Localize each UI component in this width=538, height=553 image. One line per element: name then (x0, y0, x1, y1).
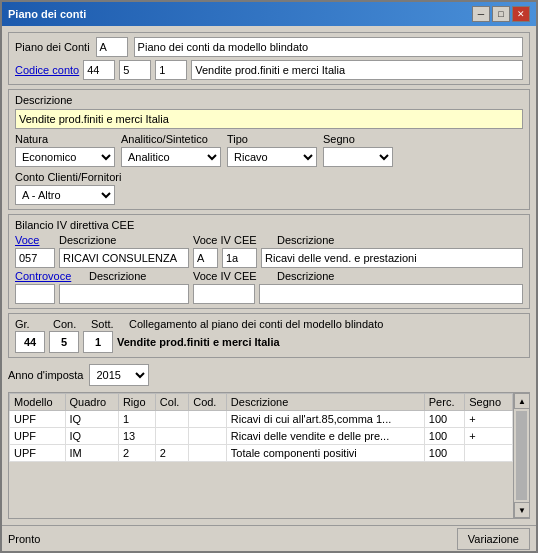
collegamento-values-row: 44 5 1 Vendite prod.finiti e merci Itali… (15, 331, 383, 353)
bilancio-desc-label: Descrizione (59, 234, 189, 246)
main-window: Piano dei conti ─ □ ✕ Piano dei Conti A … (0, 0, 538, 553)
bilancio-desc-cee: Ricavi delle vend. e prestazioni (261, 248, 523, 268)
table-row[interactable]: UPF IQ 1 Ricavi di cui all'art.85,comma … (10, 411, 513, 428)
controvoce-desc-label: Descrizione (89, 270, 189, 282)
table-row[interactable]: UPF IQ 13 Ricavi delle vendite e delle p… (10, 428, 513, 445)
controvoce-link[interactable]: Controvoce (15, 270, 85, 282)
title-bar-buttons: ─ □ ✕ (472, 6, 530, 22)
codice-part3: 1 (159, 64, 165, 76)
maximize-button[interactable]: □ (492, 6, 510, 22)
conto-row: Conto Clienti/Fornitori A - Altro (15, 171, 523, 205)
close-button[interactable]: ✕ (512, 6, 530, 22)
window-title: Piano dei conti (8, 8, 86, 20)
sott-value-box: 1 (83, 331, 113, 353)
conto-select[interactable]: A - Altro (15, 185, 115, 205)
cell-rigo-1: 1 (118, 411, 155, 428)
variazione-button[interactable]: Variazione (457, 528, 530, 550)
scroll-thumb (516, 411, 527, 500)
scroll-up-button[interactable]: ▲ (514, 393, 530, 409)
cell-desc-3: Totale componenti positivi (226, 445, 424, 462)
title-bar: Piano dei conti ─ □ ✕ (2, 2, 536, 26)
analitico-label: Analitico/Sintetico (121, 133, 221, 145)
piano-desc-box: Piano dei conti da modello blindato (134, 37, 523, 57)
bilancio-descrizione: RICAVI CONSULENZA (59, 248, 189, 268)
data-table: Modello Quadro Rigo Col. Cod. Descrizion… (9, 393, 513, 462)
codice-row: Codice conto 44 5 1 Vendite prod.finiti … (15, 60, 523, 80)
col-col: Col. (155, 394, 188, 411)
table-row[interactable]: UPF IM 2 2 Totale componenti positivi 10… (10, 445, 513, 462)
natura-select[interactable]: Economico (15, 147, 115, 167)
table-body: UPF IQ 1 Ricavi di cui all'art.85,comma … (10, 411, 513, 462)
cell-quadro-2: IQ (65, 428, 118, 445)
piano-desc: Piano dei conti da modello blindato (138, 41, 309, 53)
controvoce-voce (15, 284, 55, 304)
table-header: Modello Quadro Rigo Col. Cod. Descrizion… (10, 394, 513, 411)
codice-desc-box: Vendite prod.finiti e merci Italia (191, 60, 523, 80)
piano-value-box: A (96, 37, 128, 57)
sott-label: Sott. (91, 318, 121, 330)
bilancio-section: Bilancio IV direttiva CEE Voce Descrizio… (8, 214, 530, 309)
col-segno: Segno (465, 394, 513, 411)
bilancio-voce-cee1: A (193, 248, 218, 268)
cell-segno-3 (465, 445, 513, 462)
cell-cod-3 (189, 445, 227, 462)
controvoce-header-row: Controvoce Descrizione Voce IV CEE Descr… (15, 270, 523, 282)
cell-perc-3: 100 (424, 445, 465, 462)
controvoce-descrizione (59, 284, 189, 304)
controvoce-voce-cee (193, 284, 255, 304)
voce-cee2-label: Voce IV CEE (193, 270, 273, 282)
gr-label: Gr. (15, 318, 45, 330)
cell-rigo-3: 2 (118, 445, 155, 462)
cell-rigo-2: 13 (118, 428, 155, 445)
col-quadro: Quadro (65, 394, 118, 411)
cell-perc-1: 100 (424, 411, 465, 428)
controvoce-desc-cee-label: Descrizione (277, 270, 523, 282)
cell-modello-2: UPF (10, 428, 66, 445)
voce-link[interactable]: Voce (15, 234, 55, 246)
cell-segno-2: + (465, 428, 513, 445)
descrizione-form: Natura Economico Analitico/Sintetico Ana… (15, 133, 523, 167)
codice-part2: 5 (123, 64, 129, 76)
codice-part2-box: 5 (119, 60, 151, 80)
col-perc: Perc. (424, 394, 465, 411)
cell-col-3: 2 (155, 445, 188, 462)
codice-part1: 44 (87, 64, 99, 76)
con-value-box: 5 (49, 331, 79, 353)
codice-link[interactable]: Codice conto (15, 64, 79, 76)
piano-value: A (100, 41, 107, 53)
bilancio-data-row1: 057 RICAVI CONSULENZA A 1a Ricavi delle … (15, 248, 523, 268)
piano-label: Piano dei Conti (15, 41, 90, 53)
analitico-select[interactable]: Analitico (121, 147, 221, 167)
segno-select[interactable] (323, 147, 393, 167)
cell-desc-2: Ricavi delle vendite e delle pre... (226, 428, 424, 445)
analitico-group: Analitico/Sintetico Analitico (121, 133, 221, 167)
voce-cee-label: Voce IV CEE (193, 234, 273, 246)
minimize-button[interactable]: ─ (472, 6, 490, 22)
anno-label: Anno d'imposta (8, 369, 83, 381)
controvoce-desc-cee (259, 284, 523, 304)
cell-modello-1: UPF (10, 411, 66, 428)
cell-col-2 (155, 428, 188, 445)
tipo-select[interactable]: Ricavo (227, 147, 317, 167)
anno-row: Anno d'imposta 2015 (8, 362, 530, 388)
conto-group: Conto Clienti/Fornitori A - Altro (15, 171, 523, 205)
status-text: Pronto (8, 533, 40, 545)
gr-con-sott-labels: Gr. Con. Sott. Collegamento al piano dei… (15, 318, 383, 353)
anno-select[interactable]: 2015 (89, 364, 149, 386)
segno-group: Segno (323, 133, 393, 167)
table-wrapper: Modello Quadro Rigo Col. Cod. Descrizion… (8, 392, 530, 519)
con-label: Con. (53, 318, 83, 330)
collegamento-section: Gr. Con. Sott. Collegamento al piano dei… (8, 313, 530, 358)
col-cod: Cod. (189, 394, 227, 411)
cell-col-1 (155, 411, 188, 428)
cell-quadro-3: IM (65, 445, 118, 462)
table-scrollbar[interactable]: ▲ ▼ (513, 393, 529, 518)
natura-label: Natura (15, 133, 115, 145)
header-section: Piano dei Conti A Piano dei conti da mod… (8, 32, 530, 85)
cell-cod-1 (189, 411, 227, 428)
codice-desc: Vendite prod.finiti e merci Italia (195, 64, 345, 76)
scroll-down-button[interactable]: ▼ (514, 502, 530, 518)
status-bar: Pronto Variazione (2, 525, 536, 551)
descrizione-input[interactable] (15, 109, 523, 129)
gr-value-box: 44 (15, 331, 45, 353)
